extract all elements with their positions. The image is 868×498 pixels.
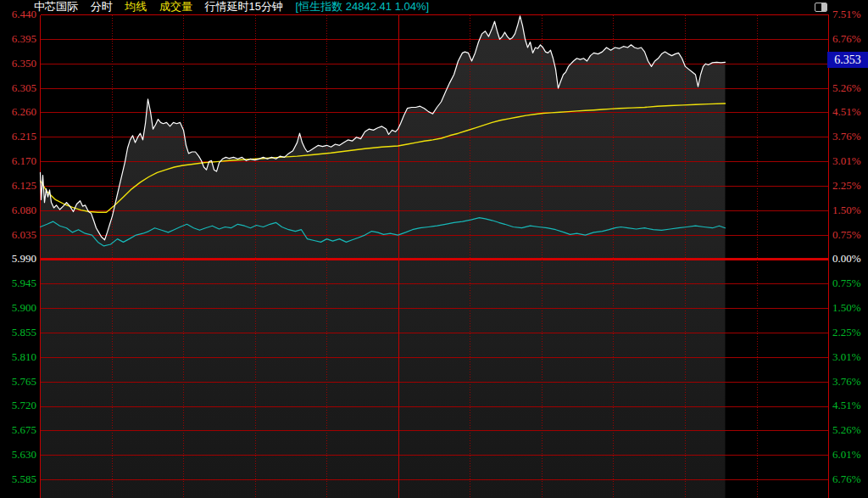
last-price-value: 6.353 xyxy=(834,53,861,66)
intraday-chart-screen: 中芯国际 分时 均线 成交量 行情延时15分钟 [恒生指数 24842.41 1… xyxy=(0,0,868,498)
intraday-chart-canvas[interactable] xyxy=(0,0,868,498)
panel-toggle-icon[interactable] xyxy=(815,3,827,12)
panel-toggle-fill xyxy=(821,3,826,11)
last-price-badge: 6.353 xyxy=(827,52,868,68)
